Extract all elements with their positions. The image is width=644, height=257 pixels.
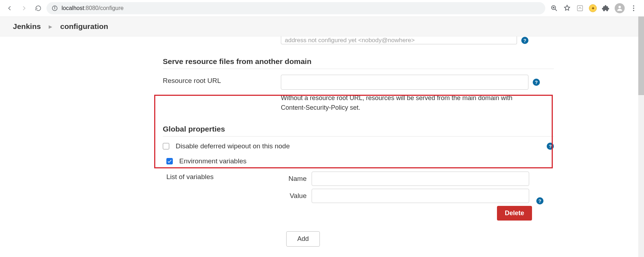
- svg-point-11: [633, 10, 634, 11]
- delete-button[interactable]: Delete: [497, 206, 532, 221]
- breadcrumb-current[interactable]: configuration: [60, 22, 108, 31]
- env-var-name-label: Name: [284, 175, 307, 183]
- svg-point-8: [619, 6, 621, 8]
- help-icon[interactable]: ?: [547, 143, 554, 150]
- browser-menu-icon[interactable]: [630, 4, 638, 12]
- list-of-variables-label: List of variables: [166, 169, 284, 181]
- bookmark-star-icon[interactable]: [563, 4, 571, 12]
- breadcrumb-root[interactable]: Jenkins: [13, 22, 41, 31]
- resource-root-url-input[interactable]: [281, 75, 528, 90]
- section-global-properties-title: Global properties: [163, 125, 554, 133]
- zoom-icon[interactable]: [550, 4, 558, 12]
- env-var-value-label: Value: [284, 192, 307, 200]
- env-var-name-input[interactable]: [312, 172, 529, 186]
- system-admin-email-input[interactable]: [281, 36, 517, 44]
- help-icon[interactable]: ?: [536, 197, 543, 204]
- svg-point-2: [54, 7, 55, 7]
- svg-rect-7: [577, 6, 583, 11]
- breadcrumb: Jenkins ▶ configuration: [0, 16, 644, 36]
- disable-wipeout-checkbox[interactable]: [163, 143, 169, 149]
- address-text: localhost:8080/configure: [62, 5, 123, 11]
- help-icon[interactable]: ?: [533, 79, 540, 86]
- browser-back-button[interactable]: [4, 2, 16, 14]
- disable-wipeout-label: Disable deferred wipeout on this node: [176, 142, 290, 150]
- address-bar[interactable]: localhost:8080/configure: [47, 2, 545, 14]
- env-var-value-input[interactable]: [312, 189, 529, 203]
- svg-line-4: [555, 9, 557, 11]
- browser-reload-button[interactable]: [32, 2, 44, 14]
- env-variables-checkbox[interactable]: [166, 158, 173, 164]
- extensions-puzzle-icon[interactable]: [602, 4, 610, 12]
- scrollbar-thumb[interactable]: [638, 16, 644, 95]
- resource-root-url-description: Without a resource root URL, resources w…: [281, 93, 531, 113]
- profile-avatar-icon[interactable]: [615, 3, 625, 13]
- chevron-right-icon: ▶: [49, 24, 52, 29]
- help-icon[interactable]: ?: [521, 37, 528, 44]
- katalon-extension-icon[interactable]: ✦: [589, 4, 597, 12]
- svg-point-9: [633, 5, 634, 6]
- section-serve-resources-title: Serve resource files from another domain: [163, 57, 554, 66]
- add-button[interactable]: Add: [286, 231, 320, 247]
- browser-forward-button[interactable]: [18, 2, 30, 14]
- config-form: ? Serve resource files from another doma…: [0, 36, 644, 247]
- browser-toolbar: localhost:8080/configure ✦: [0, 0, 644, 16]
- site-info-icon[interactable]: [52, 5, 58, 11]
- resource-root-url-label: Resource root URL: [163, 75, 281, 85]
- env-variables-label: Environment variables: [179, 157, 247, 165]
- svg-point-10: [633, 8, 634, 9]
- extension-box-icon[interactable]: [576, 4, 584, 12]
